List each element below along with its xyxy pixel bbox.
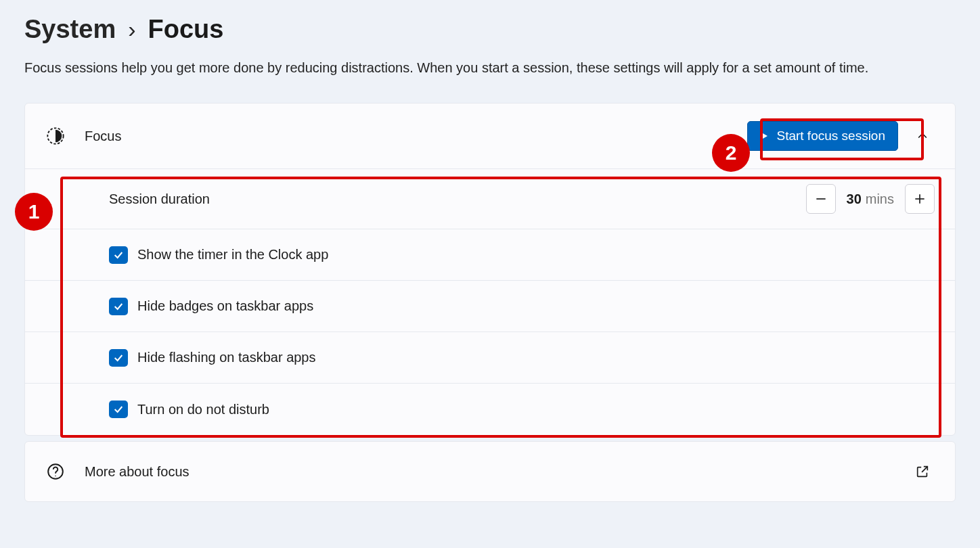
minus-icon <box>814 192 828 206</box>
option-label: Hide badges on taskbar apps <box>137 298 313 314</box>
option-show-timer[interactable]: Show the timer in the Clock app <box>25 229 955 281</box>
breadcrumb-current: Focus <box>148 15 224 44</box>
annotation-marker-2: 2 <box>712 134 750 172</box>
open-link-button[interactable] <box>910 459 935 484</box>
decrease-duration-button[interactable] <box>806 184 836 214</box>
session-duration-label: Session duration <box>109 191 210 207</box>
option-label: Hide flashing on taskbar apps <box>137 350 316 365</box>
focus-title: Focus <box>85 129 121 144</box>
option-do-not-disturb[interactable]: Turn on do not disturb <box>25 384 955 435</box>
checkbox-icon[interactable] <box>109 246 128 264</box>
duration-value: 30 <box>847 191 862 206</box>
checkbox-icon[interactable] <box>109 349 128 367</box>
collapse-toggle[interactable] <box>910 124 935 148</box>
play-icon <box>757 130 770 142</box>
breadcrumb: System › Focus <box>24 7 956 44</box>
chevron-up-icon <box>916 129 929 143</box>
option-hide-badges[interactable]: Hide badges on taskbar apps <box>25 281 955 332</box>
focus-card: Focus Start focus session Session durati… <box>24 103 956 436</box>
checkbox-icon[interactable] <box>109 401 128 418</box>
checkbox-icon[interactable] <box>109 298 128 315</box>
chevron-right-icon: › <box>128 16 135 43</box>
duration-unit: mins <box>866 191 894 206</box>
session-duration-row: Session duration 30mins <box>25 169 955 229</box>
option-label: Show the timer in the Clock app <box>137 247 328 262</box>
focus-icon <box>45 127 66 145</box>
more-about-focus-card[interactable]: More about focus <box>24 441 956 502</box>
breadcrumb-parent[interactable]: System <box>24 15 116 44</box>
focus-header-row[interactable]: Focus Start focus session <box>25 104 955 169</box>
option-label: Turn on do not disturb <box>137 402 269 417</box>
more-about-focus-label: More about focus <box>85 464 190 480</box>
annotation-marker-1: 1 <box>15 193 53 231</box>
start-focus-session-button[interactable]: Start focus session <box>747 121 898 151</box>
page-description: Focus sessions help you get more done by… <box>24 60 956 76</box>
start-button-label: Start focus session <box>776 129 885 143</box>
open-external-icon <box>915 464 930 479</box>
increase-duration-button[interactable] <box>905 184 935 214</box>
svg-point-5 <box>55 476 56 477</box>
option-hide-flashing[interactable]: Hide flashing on taskbar apps <box>25 332 955 384</box>
plus-icon <box>913 192 927 206</box>
help-icon <box>45 463 66 480</box>
